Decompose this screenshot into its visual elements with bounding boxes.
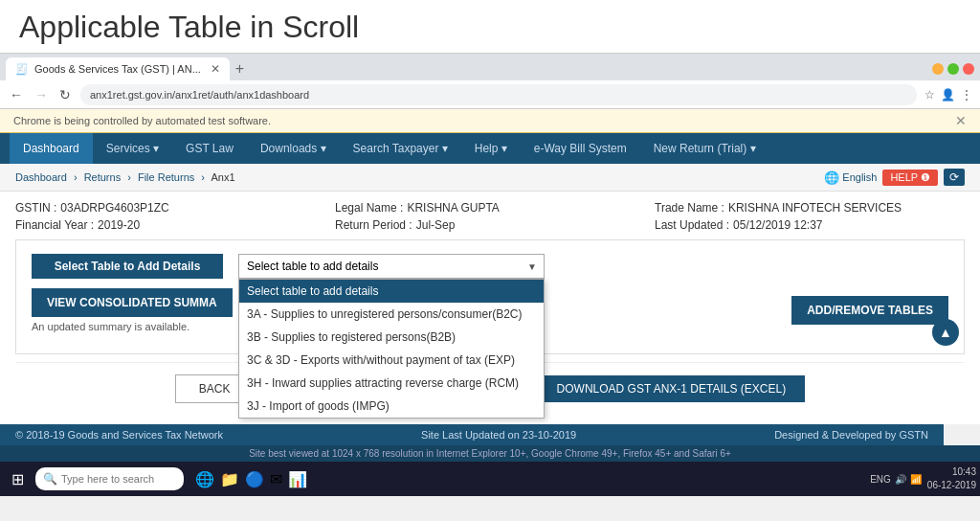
breadcrumb-dashboard[interactable]: Dashboard <box>15 171 67 183</box>
bookmark-icon[interactable]: ☆ <box>924 88 935 102</box>
dropdown-item-3c3d[interactable]: 3C & 3D - Exports with/without payment o… <box>239 349 544 372</box>
tab-title: Goods & Services Tax (GST) | AN... <box>34 63 201 75</box>
reload-button[interactable]: ↻ <box>57 87 73 102</box>
nav-dashboard[interactable]: Dashboard <box>10 133 93 164</box>
nav-downloads[interactable]: Downloads ▾ <box>247 133 340 164</box>
back-nav-button[interactable]: ← <box>8 87 25 102</box>
left-actions: VIEW CONSOLIDATED SUMMA An updated summa… <box>32 288 233 332</box>
footer-copyright: © 2018-19 Goods and Services Tax Network <box>15 429 223 441</box>
taskbar-pinned-icons: 🌐 📁 🔵 ✉ 📊 <box>195 470 307 488</box>
window-close-button[interactable] <box>963 63 974 75</box>
dropdown-list: Select table to add details 3A - Supplie… <box>238 279 545 419</box>
browser-menu-icon[interactable]: ⋮ <box>961 88 972 102</box>
browser-chrome: 🧾 Goods & Services Tax (GST) | AN... ✕ +… <box>0 53 980 133</box>
dropdown-item-3a[interactable]: 3A - Supplies to unregistered persons/co… <box>239 303 544 326</box>
breadcrumb-file-returns[interactable]: File Returns <box>138 171 194 183</box>
nav-help[interactable]: Help ▾ <box>461 133 521 164</box>
select-table-label: Select Table to Add Details <box>32 254 223 279</box>
updated-notice: An updated summary is available. <box>32 321 233 332</box>
nav-eway-bill[interactable]: e-Way Bill System <box>521 133 640 164</box>
taskbar-folder-icon[interactable]: 📁 <box>220 470 239 488</box>
taskbar-system-icons: ENG 🔊 📶 <box>870 474 922 485</box>
window-maximize-button[interactable] <box>947 63 959 75</box>
trade-name-row: Trade Name : KRISHNA INFOTECH SERVICES <box>655 201 965 215</box>
breadcrumb-bar: Dashboard › Returns › File Returns › Anx… <box>0 164 980 192</box>
warning-close-button[interactable]: ✕ <box>955 113 967 128</box>
last-updated-label: Last Updated : <box>655 218 729 232</box>
taskbar-network-icon: 📶 <box>910 474 922 485</box>
automation-warning: Chrome is being controlled by automated … <box>0 109 980 133</box>
forward-nav-button[interactable]: → <box>33 87 50 102</box>
breadcrumb-returns[interactable]: Returns <box>84 171 122 183</box>
gstin-label: GSTIN : <box>15 201 56 215</box>
taskbar-time-display: 10:43 <box>927 465 976 479</box>
browser-tab[interactable]: 🧾 Goods & Services Tax (GST) | AN... ✕ <box>6 57 230 80</box>
legal-name-row: Legal Name : KRISHNA GUPTA <box>335 201 645 215</box>
trade-name-label: Trade Name : <box>655 201 724 215</box>
window-minimize-button[interactable] <box>932 63 944 75</box>
taskbar-ie-icon[interactable]: 🌐 <box>195 470 214 488</box>
gst-footer: © 2018-19 Goods and Services Tax Network… <box>0 424 944 445</box>
fy-label: Financial Year : <box>15 218 94 232</box>
search-icon: 🔍 <box>43 472 57 486</box>
taskbar-mail-icon[interactable]: ✉ <box>270 470 282 488</box>
view-consolidated-summa-button[interactable]: VIEW CONSOLIDATED SUMMA <box>32 288 233 317</box>
taxpayer-info-grid: GSTIN : 03ADRPG4603P1ZC Legal Name : KRI… <box>15 201 965 232</box>
taskbar-search-box[interactable]: 🔍 <box>35 467 184 490</box>
breadcrumb-right-actions: 🌐 English HELP ❶ ⟳ <box>824 169 965 186</box>
nav-search-taxpayer[interactable]: Search Taxpayer ▾ <box>340 133 461 164</box>
browser-tab-bar: 🧾 Goods & Services Tax (GST) | AN... ✕ + <box>0 54 980 80</box>
select-table-dropdown-wrapper: Select table to add details ▼ Select tab… <box>238 254 545 279</box>
taskbar-office-icon[interactable]: 📊 <box>288 470 307 488</box>
return-period-value: Jul-Sep <box>416 218 456 232</box>
select-table-dropdown[interactable]: Select table to add details <box>238 254 545 279</box>
page-heading: Applicable Table in Scroll <box>0 0 980 53</box>
taskbar-clock: 10:43 06-12-2019 <box>927 465 976 492</box>
address-input[interactable] <box>80 84 917 105</box>
taskbar-right-area: ENG 🔊 📶 10:43 06-12-2019 <box>870 465 976 492</box>
last-updated-value: 05/12/2019 12:37 <box>733 218 822 232</box>
browser-toolbar-icons: ☆ 👤 ⋮ <box>924 88 972 102</box>
nav-new-return[interactable]: New Return (Trial) ▾ <box>640 133 769 164</box>
taskbar-date-display: 06-12-2019 <box>927 479 976 492</box>
gstin-row: GSTIN : 03ADRPG4603P1ZC <box>15 201 325 215</box>
trade-name-value: KRISHNA INFOTECH SERVICES <box>728 201 902 215</box>
tab-favicon: 🧾 <box>15 63 29 76</box>
return-period-row: Return Period : Jul-Sep <box>335 218 645 232</box>
tab-close-button[interactable]: ✕ <box>211 62 220 76</box>
scroll-up-button[interactable]: ▲ <box>932 319 959 346</box>
language-label: English <box>842 171 877 183</box>
dropdown-item-3j[interactable]: 3J - Import of goods (IMPG) <box>239 395 544 418</box>
legal-name-label: Legal Name : <box>335 201 403 215</box>
breadcrumb-anx1: Anx1 <box>211 171 234 183</box>
add-remove-tables-button[interactable]: ADD/REMOVE TABLES <box>791 296 948 325</box>
window-controls <box>932 63 974 75</box>
taskbar-search-input[interactable] <box>61 473 176 485</box>
language-selector[interactable]: 🌐 English <box>824 170 877 185</box>
help-button[interactable]: HELP ❶ <box>882 170 938 186</box>
footer-designed: Designed & Developed by GSTN <box>774 429 928 441</box>
gst-nav-bar: Dashboard Services ▾ GST Law Downloads ▾… <box>0 133 980 164</box>
taskbar-chrome-icon[interactable]: 🔵 <box>245 470 264 488</box>
dropdown-item-3h[interactable]: 3H - Inward supplies attracting reverse … <box>239 372 544 395</box>
nav-gst-law[interactable]: GST Law <box>172 133 247 164</box>
gst-footer-bottom: Site best viewed at 1024 x 768 resolutio… <box>0 445 980 462</box>
last-updated-row: Last Updated : 05/12/2019 12:37 <box>655 218 965 232</box>
footer-last-updated: Site Last Updated on 23-10-2019 <box>421 429 576 441</box>
nav-services[interactable]: Services ▾ <box>93 133 172 164</box>
taskbar-lang-icon: ENG <box>870 474 891 485</box>
select-table-section: Select Table to Add Details Select table… <box>15 239 965 354</box>
fy-value: 2019-20 <box>98 218 140 232</box>
browser-account-icon[interactable]: 👤 <box>941 88 955 102</box>
download-excel-button[interactable]: DOWNLOAD GST ANX-1 DETAILS (EXCEL) <box>538 375 806 402</box>
gstin-value: 03ADRPG4603P1ZC <box>60 201 168 215</box>
fy-row: Financial Year : 2019-20 <box>15 218 325 232</box>
address-bar: ← → ↻ ☆ 👤 ⋮ <box>0 80 980 109</box>
new-tab-button[interactable]: + <box>230 60 250 78</box>
dropdown-item-3b[interactable]: 3B - Supplies to registered persons(B2B) <box>239 326 544 349</box>
dropdown-item-default[interactable]: Select table to add details <box>239 280 544 303</box>
refresh-button[interactable]: ⟳ <box>944 169 965 186</box>
main-content: GSTIN : 03ADRPG4603P1ZC Legal Name : KRI… <box>0 192 980 424</box>
taskbar-volume-icon: 🔊 <box>895 474 906 485</box>
start-button[interactable]: ⊞ <box>4 470 32 488</box>
